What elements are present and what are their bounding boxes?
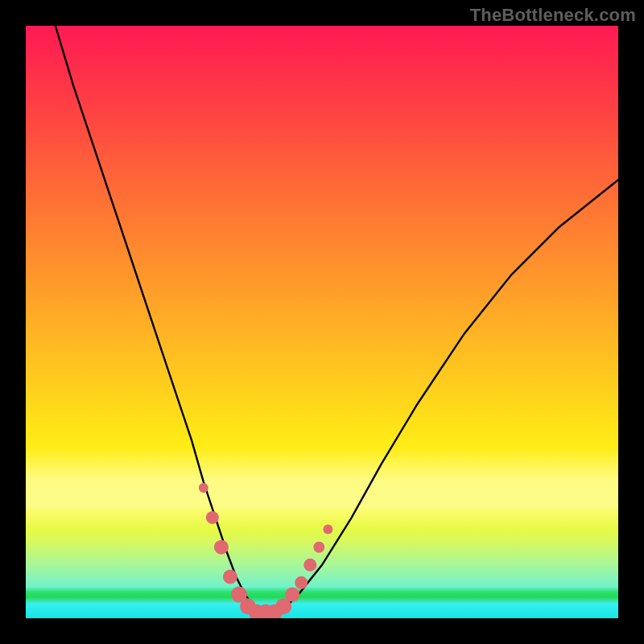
curve-markers xyxy=(199,483,333,618)
curve-marker xyxy=(199,483,208,493)
plot-area xyxy=(26,26,618,618)
curve-marker xyxy=(323,525,332,535)
bottleneck-curve-svg xyxy=(26,26,618,618)
curve-marker xyxy=(295,576,308,589)
chart-frame: TheBottleneck.com xyxy=(0,0,644,644)
bottleneck-curve-path xyxy=(56,26,618,613)
curve-marker xyxy=(285,588,299,602)
curve-marker xyxy=(214,540,229,555)
watermark-text: TheBottleneck.com xyxy=(470,5,636,26)
curve-marker xyxy=(223,570,237,584)
curve-marker xyxy=(303,559,316,572)
curve-marker xyxy=(313,542,324,553)
curve-marker xyxy=(206,511,219,524)
